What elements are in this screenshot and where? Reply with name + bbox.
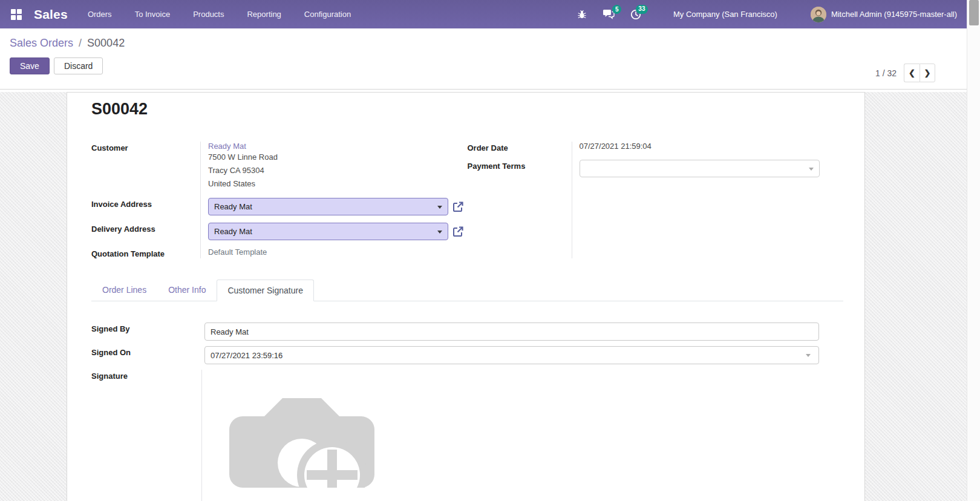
- user-name: Mitchell Admin (9145975-master-all): [831, 10, 957, 19]
- activities-badge: 33: [636, 5, 648, 14]
- invoice-address-external-link-icon[interactable]: [452, 201, 464, 212]
- customer-signature-tab-content: Signed By Signed On Signature: [91, 323, 843, 501]
- tab-other-info[interactable]: Other Info: [157, 279, 217, 301]
- quotation-template-value[interactable]: Default Template: [200, 247, 468, 258]
- camera-upload-placeholder-icon[interactable]: [229, 398, 374, 488]
- address-line: United States: [208, 177, 468, 191]
- field-groups: Customer Ready Mat 7500 W Linne Road Tra…: [91, 142, 843, 258]
- save-button[interactable]: Save: [10, 57, 50, 74]
- debug-bug-icon[interactable]: [577, 10, 587, 19]
- menu-reporting[interactable]: Reporting: [235, 0, 292, 28]
- customer-value: Ready Mat 7500 W Linne Road Tracy CA 953…: [200, 142, 468, 191]
- invoice-address-select[interactable]: Ready Mat: [208, 198, 448, 215]
- breadcrumb-current: S00042: [87, 37, 125, 49]
- signature-label: Signature: [91, 370, 201, 501]
- address-line: Tracy CA 95304: [208, 164, 468, 177]
- pager-next-button[interactable]: ❯: [920, 64, 935, 82]
- user-menu[interactable]: Mitchell Admin (9145975-master-all): [811, 7, 957, 22]
- chevron-down-icon: [809, 168, 814, 171]
- signed-on-label: Signed On: [91, 346, 201, 364]
- pager-count: 1 / 32: [875, 68, 897, 78]
- signed-by-input[interactable]: [204, 323, 819, 341]
- chevron-down-icon: [437, 231, 442, 234]
- page: Sales Orders To Invoice Products Reporti…: [0, 0, 967, 501]
- signed-by-value: [201, 323, 843, 341]
- invoice-address-text: Ready Mat: [214, 202, 252, 211]
- delivery-address-text: Ready Mat: [214, 227, 252, 236]
- signed-on-value: [201, 346, 843, 364]
- apps-menu-icon[interactable]: [11, 9, 22, 20]
- chevron-down-icon: [806, 354, 811, 357]
- menu-orders[interactable]: Orders: [76, 0, 123, 28]
- menu-configuration[interactable]: Configuration: [293, 0, 362, 28]
- pager: 1 / 32 ❮ ❯: [875, 64, 935, 82]
- order-date-value[interactable]: 07/27/2021 21:59:04: [572, 142, 844, 152]
- vertical-scrollbar[interactable]: [967, 0, 980, 501]
- payment-terms-select[interactable]: [580, 160, 820, 177]
- top-navbar: Sales Orders To Invoice Products Reporti…: [0, 0, 967, 28]
- messages-icon[interactable]: 5: [603, 9, 615, 19]
- payment-terms-value: [572, 160, 844, 177]
- scrollbar-thumb[interactable]: [969, 0, 979, 25]
- customer-label: Customer: [91, 142, 200, 191]
- payment-terms-label: Payment Terms: [468, 160, 572, 177]
- delivery-address-select[interactable]: Ready Mat: [208, 223, 448, 240]
- chevron-down-icon: [437, 206, 442, 209]
- tab-order-lines[interactable]: Order Lines: [91, 279, 157, 301]
- delivery-address-value: Ready Mat: [200, 223, 468, 240]
- signed-on-input[interactable]: [204, 346, 819, 364]
- pager-previous-button[interactable]: ❮: [904, 64, 920, 82]
- activities-clock-icon[interactable]: 33: [630, 9, 641, 20]
- menu-to-invoice[interactable]: To Invoice: [123, 0, 182, 28]
- signed-by-label: Signed By: [91, 323, 201, 341]
- user-avatar: [811, 7, 826, 22]
- record-title: S00042: [91, 100, 843, 119]
- app-name[interactable]: Sales: [34, 7, 68, 22]
- invoice-address-label: Invoice Address: [91, 198, 200, 215]
- invoice-address-value: Ready Mat: [200, 198, 468, 215]
- breadcrumb-separator: /: [76, 37, 84, 49]
- customer-link[interactable]: Ready Mat: [208, 142, 468, 151]
- quotation-template-label: Quotation Template: [91, 247, 200, 258]
- left-field-group: Customer Ready Mat 7500 W Linne Road Tra…: [91, 142, 468, 258]
- notebook: Order Lines Other Info Customer Signatur…: [91, 279, 843, 501]
- content-background: S00042 Customer Ready Mat 7500 W Linne R…: [0, 92, 967, 501]
- delivery-address-external-link-icon[interactable]: [452, 226, 464, 237]
- tab-bar: Order Lines Other Info Customer Signatur…: [91, 279, 843, 301]
- main-menu: Orders To Invoice Products Reporting Con…: [76, 0, 362, 28]
- signature-value-area[interactable]: [201, 370, 843, 501]
- messages-badge: 5: [612, 5, 621, 14]
- right-field-group: Order Date 07/27/2021 21:59:04 Payment T…: [468, 142, 844, 258]
- customer-address: 7500 W Linne Road Tracy CA 95304 United …: [208, 151, 468, 191]
- systray: 5 33 My Company (San Francisco) Mitchell…: [569, 7, 957, 22]
- breadcrumb: Sales Orders / S00042: [10, 37, 957, 50]
- tab-customer-signature[interactable]: Customer Signature: [217, 280, 314, 301]
- address-line: 7500 W Linne Road: [208, 151, 468, 164]
- company-switcher[interactable]: My Company (San Francisco): [673, 10, 777, 19]
- control-panel: Sales Orders / S00042 Save Discard 1 / 3…: [0, 28, 967, 90]
- order-date-label: Order Date: [468, 142, 572, 152]
- form-sheet: S00042 Customer Ready Mat 7500 W Linne R…: [67, 92, 865, 501]
- breadcrumb-sales-orders[interactable]: Sales Orders: [10, 37, 73, 49]
- delivery-address-label: Delivery Address: [91, 223, 200, 240]
- discard-button[interactable]: Discard: [54, 57, 103, 74]
- menu-products[interactable]: Products: [181, 0, 235, 28]
- cp-buttons: Save Discard: [10, 57, 957, 74]
